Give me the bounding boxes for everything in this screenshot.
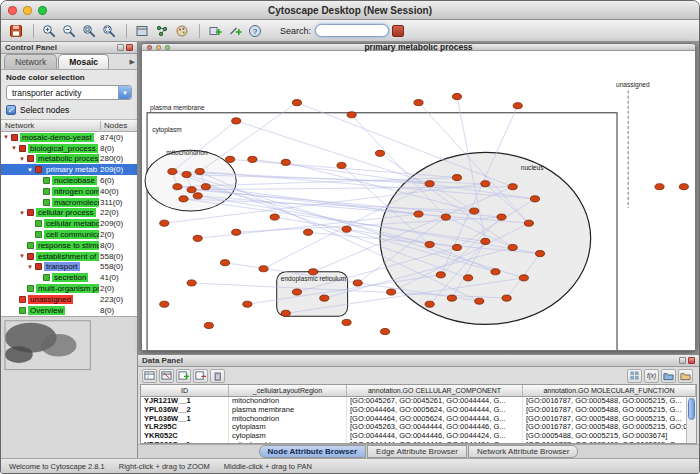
network-node[interactable] bbox=[232, 229, 241, 235]
color-attribute-select[interactable]: transporter activity ▾ bbox=[6, 85, 132, 100]
network-node[interactable] bbox=[195, 169, 204, 175]
network-node[interactable] bbox=[187, 187, 196, 193]
network-node[interactable] bbox=[232, 118, 241, 124]
network-node[interactable] bbox=[679, 184, 688, 190]
vizmapper-icon[interactable] bbox=[173, 22, 191, 40]
add-edge-icon[interactable] bbox=[226, 22, 244, 40]
network-node[interactable] bbox=[436, 272, 445, 278]
network-node[interactable] bbox=[452, 94, 461, 100]
zoom-fit-icon[interactable] bbox=[100, 22, 118, 40]
close-data-panel-icon[interactable] bbox=[688, 357, 695, 364]
network-node[interactable] bbox=[381, 329, 390, 335]
network-node[interactable] bbox=[220, 260, 229, 266]
table-scrollbar[interactable] bbox=[686, 397, 696, 443]
function-builder-icon[interactable]: f(x) bbox=[644, 369, 659, 383]
network-node[interactable] bbox=[168, 169, 177, 175]
help-icon[interactable]: ? bbox=[246, 22, 264, 40]
tab-node-attribute-browser[interactable]: Node Attribute Browser bbox=[259, 445, 367, 458]
tree-row-multi-organism-pro[interactable]: multi-organism pro2(0) bbox=[1, 283, 137, 294]
network-node[interactable] bbox=[187, 280, 196, 286]
select-nodes-checkbox[interactable]: ✓ bbox=[6, 105, 16, 115]
network-node[interactable] bbox=[342, 320, 351, 326]
tree-row-cell-communica[interactable]: cell communica2(0) bbox=[1, 229, 137, 240]
birds-eye-view[interactable] bbox=[1, 316, 137, 458]
tab-edge-attribute-browser[interactable]: Edge Attribute Browser bbox=[367, 445, 467, 458]
table-column-header[interactable]: annotation.GO MOLECULAR_FUNCTION bbox=[523, 385, 696, 397]
network-node[interactable] bbox=[530, 196, 539, 202]
network-node[interactable] bbox=[347, 112, 356, 118]
network-node[interactable] bbox=[204, 323, 213, 329]
network-frame-titlebar[interactable]: primary metabolic process bbox=[142, 44, 695, 51]
expand-arrow-icon[interactable]: ▼ bbox=[19, 253, 27, 259]
network-canvas[interactable]: plasma membranecytoplasmmitochondrionnuc… bbox=[142, 51, 695, 350]
tree-row-macromolecule[interactable]: macromolecule311(0) bbox=[1, 197, 137, 208]
tab-network-attribute-browser[interactable]: Network Attribute Browser bbox=[468, 445, 578, 458]
network-node[interactable] bbox=[414, 100, 423, 106]
tree-row-unassigned[interactable]: unassigned223(0) bbox=[1, 294, 137, 305]
network-node[interactable] bbox=[320, 295, 329, 301]
hide-selected-icon[interactable] bbox=[133, 22, 151, 40]
network-node[interactable] bbox=[481, 239, 490, 245]
tree-row-transport[interactable]: ▼transport558(0) bbox=[1, 262, 137, 273]
table-row[interactable]: YPL036W__1mitochondrion[GO:0044464, GO:0… bbox=[141, 415, 696, 424]
tree-row-cellular-process[interactable]: ▼cellular process22(0) bbox=[1, 208, 137, 219]
network-node[interactable] bbox=[491, 269, 500, 275]
tree-row-establishment-of-lo[interactable]: ▼establishment of lo558(0) bbox=[1, 251, 137, 262]
network-node[interactable] bbox=[519, 275, 528, 281]
tab-network[interactable]: Network bbox=[4, 54, 57, 69]
network-node[interactable] bbox=[248, 157, 257, 163]
tree-row-cellular-metabo[interactable]: cellular metabo209(0) bbox=[1, 218, 137, 229]
network-node[interactable] bbox=[193, 236, 202, 242]
network-node[interactable] bbox=[502, 295, 511, 301]
network-node[interactable] bbox=[481, 181, 490, 187]
tab-mosaic[interactable]: Mosaic bbox=[58, 54, 109, 69]
network-node[interactable] bbox=[259, 266, 268, 272]
network-node[interactable] bbox=[425, 242, 434, 248]
network-canvas-svg[interactable]: plasma membranecytoplasmmitochondrionnuc… bbox=[142, 51, 695, 350]
network-node[interactable] bbox=[441, 214, 450, 220]
network-node[interactable] bbox=[193, 193, 202, 199]
network-node[interactable] bbox=[524, 220, 533, 226]
tree-row-metabolic-process[interactable]: ▼metabolic process280(0) bbox=[1, 154, 137, 165]
tree-row-secretion[interactable]: secretion41(0) bbox=[1, 272, 137, 283]
network-node[interactable] bbox=[342, 226, 351, 232]
network-edge[interactable] bbox=[297, 103, 513, 187]
close-panel-icon[interactable] bbox=[126, 44, 133, 51]
add-node-icon[interactable] bbox=[206, 22, 224, 40]
network-node[interactable] bbox=[226, 157, 235, 163]
network-node[interactable] bbox=[508, 184, 517, 190]
tab-overflow-icon[interactable]: ▶ bbox=[130, 58, 135, 66]
tree-row-primary-metab[interactable]: ▼primary metab209(0) bbox=[1, 164, 137, 175]
expand-arrow-icon[interactable]: ▼ bbox=[27, 167, 35, 173]
network-node[interactable] bbox=[475, 298, 484, 304]
table-row[interactable]: YLR295Ccytoplasm[GO:0045263, GO:0044444,… bbox=[141, 423, 696, 432]
tree-row-response-to-stimu[interactable]: response to stimu8(0) bbox=[1, 240, 137, 251]
tree-row-mosaic-demo-yeast[interactable]: ▼mosaic-demo-yeast874(0) bbox=[1, 132, 137, 143]
network-node[interactable] bbox=[513, 103, 522, 109]
network-node[interactable] bbox=[179, 196, 188, 202]
table-row[interactable]: YJR121W__1mitochondrion[GO:0045267, GO:0… bbox=[141, 397, 696, 406]
expand-arrow-icon[interactable]: ▼ bbox=[3, 134, 11, 140]
network-node[interactable] bbox=[375, 150, 384, 156]
expand-arrow-icon[interactable]: ▼ bbox=[11, 145, 19, 151]
network-node[interactable] bbox=[425, 301, 434, 307]
expand-arrow-icon[interactable]: ▼ bbox=[19, 156, 27, 162]
import-attributes-icon[interactable] bbox=[661, 369, 676, 383]
network-node[interactable] bbox=[497, 214, 506, 220]
network-node[interactable] bbox=[281, 311, 290, 317]
network-node[interactable] bbox=[425, 181, 434, 187]
search-input[interactable] bbox=[315, 24, 389, 37]
table-row[interactable]: YKR052Ccytoplasm[GO:0044444, GO:0044446,… bbox=[141, 432, 696, 441]
network-node[interactable] bbox=[447, 295, 456, 301]
new-attribute-icon[interactable] bbox=[176, 369, 191, 383]
network-node[interactable] bbox=[182, 172, 191, 178]
import-network-icon[interactable] bbox=[678, 369, 693, 383]
select-all-attributes-icon[interactable] bbox=[142, 369, 157, 383]
network-node[interactable] bbox=[304, 229, 313, 235]
search-options-icon[interactable] bbox=[392, 25, 404, 37]
network-node[interactable] bbox=[270, 214, 279, 220]
save-session-icon[interactable] bbox=[7, 22, 25, 40]
network-node[interactable] bbox=[387, 289, 396, 295]
expand-arrow-icon[interactable]: ▼ bbox=[19, 210, 27, 216]
network-node[interactable] bbox=[452, 245, 461, 251]
